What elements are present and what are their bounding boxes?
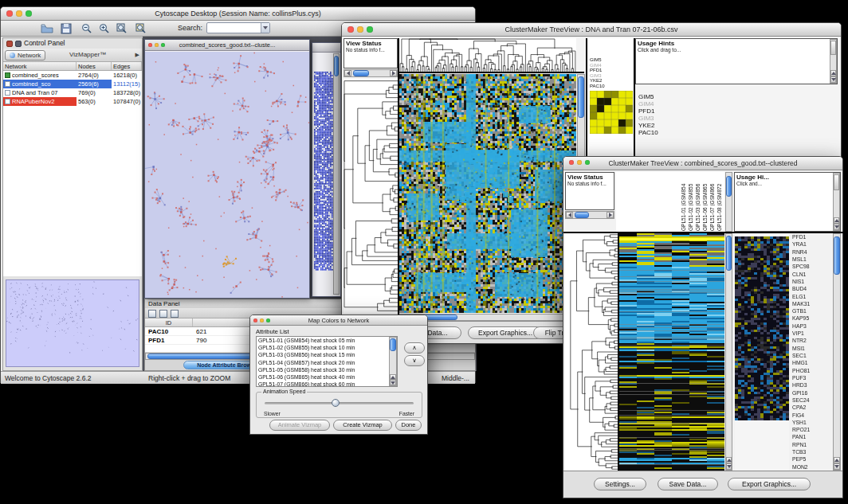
attribute-item[interactable]: GPL51-07 (GSM866) heat shock 60 min	[257, 381, 397, 387]
zoom-button[interactable]	[585, 160, 590, 165]
minimize-button[interactable]	[357, 26, 363, 33]
float-panel-icon[interactable]	[6, 41, 13, 47]
network-view-2-titlebar[interactable]	[312, 43, 340, 53]
column-id[interactable]: ID	[145, 318, 193, 326]
close-button[interactable]	[6, 10, 13, 17]
attribute-item[interactable]: GPL51-02 (GSM855) heat shock 10 min	[257, 344, 397, 351]
gene-label[interactable]: SPC98	[792, 263, 832, 270]
attribute-item[interactable]: GPL51-06 (GSM865) heat shock 40 min	[257, 373, 397, 381]
scroll-down-icon[interactable]	[830, 76, 836, 83]
scrollbar-thumb[interactable]	[575, 212, 589, 218]
gene-list-vscrollbar[interactable]	[833, 233, 841, 471]
gene-label[interactable]: PUF3	[792, 374, 832, 381]
close-button[interactable]	[347, 26, 354, 33]
gene-label[interactable]: CLN1	[792, 271, 832, 278]
search-input[interactable]	[206, 22, 270, 33]
tab-network[interactable]: Network	[5, 50, 45, 61]
gene-label[interactable]: RPN1	[792, 441, 832, 448]
scroll-down-icon[interactable]	[834, 224, 839, 230]
treeview-dna-titlebar[interactable]: ClusterMaker TreeView : DNA and Tran 07-…	[342, 23, 841, 37]
gene-label[interactable]: YSH1	[792, 419, 832, 426]
gene-label[interactable]: NTR2	[792, 337, 832, 344]
close-button[interactable]	[148, 43, 152, 47]
scrollbar-thumb[interactable]	[834, 174, 839, 190]
scroll-up-icon[interactable]	[834, 457, 840, 463]
zoom-button[interactable]	[266, 318, 270, 322]
done-button[interactable]: Done	[395, 420, 422, 431]
gene-label[interactable]: PAN1	[792, 433, 832, 440]
zoom-selected-icon[interactable]	[135, 22, 147, 35]
gene-label[interactable]: HRD3	[792, 381, 832, 389]
gene-label[interactable]: FIG4	[792, 412, 832, 419]
scroll-up-icon[interactable]	[834, 217, 839, 224]
gene-label[interactable]: RPO21	[792, 426, 832, 433]
dialog-titlebar[interactable]: Map Colors to Network	[250, 315, 427, 326]
main-titlebar[interactable]: Cytoscape Desktop (Session Name: collins…	[1, 7, 475, 21]
create-vizmap-button[interactable]: Create Vizmap	[333, 420, 392, 431]
export-graphics-button[interactable]: Export Graphics...	[728, 478, 811, 490]
gene-label[interactable]: GTB1	[792, 307, 832, 315]
network-2-vscrollbar[interactable]	[333, 53, 340, 295]
gene-label[interactable]: MON2	[792, 463, 832, 471]
gene-label[interactable]: GPI16	[792, 389, 832, 397]
scroll-down-icon[interactable]	[726, 463, 732, 470]
heatmap-detail[interactable]	[735, 233, 789, 471]
save-data-button[interactable]: Save Data...	[658, 478, 718, 490]
zoom-button[interactable]	[161, 43, 165, 47]
scrollbar-thumb[interactable]	[726, 236, 732, 271]
network-canvas-2[interactable]	[314, 72, 335, 271]
scrollbar-thumb[interactable]	[353, 70, 369, 76]
gene-label[interactable]: YRA1	[792, 240, 832, 248]
create-attribute-icon[interactable]	[159, 310, 167, 318]
close-button[interactable]	[569, 160, 574, 165]
scrollbar-thumb[interactable]	[334, 56, 339, 76]
dendrogram-hscrollbar[interactable]	[344, 69, 398, 77]
gene-label[interactable]: VIP1	[792, 330, 832, 337]
open-session-icon[interactable]	[41, 22, 53, 35]
scroll-down-icon[interactable]	[390, 380, 396, 385]
treeview-combined-titlebar[interactable]: ClusterMaker TreeView : combined_scores_…	[563, 157, 842, 170]
scrollbar-thumb[interactable]	[390, 338, 396, 351]
minimize-button[interactable]	[577, 160, 582, 165]
gene-label[interactable]: MSI1	[792, 345, 832, 352]
close-panel-icon[interactable]	[15, 41, 22, 47]
settings-button[interactable]: Settings...	[594, 478, 646, 490]
zoom-fit-icon[interactable]	[116, 22, 128, 35]
zoom-button[interactable]	[367, 26, 373, 33]
dendrogram-hscrollbar[interactable]	[565, 211, 614, 219]
select-attributes-icon[interactable]	[148, 310, 156, 318]
gene-label[interactable]: NIS1	[792, 278, 832, 285]
gene-dendrogram[interactable]	[565, 233, 618, 471]
column-nodes[interactable]: Nodes	[77, 62, 112, 70]
summary-matrix[interactable]	[590, 91, 633, 134]
tab-vizmapper[interactable]: VizMapper™	[65, 50, 110, 61]
gene-label[interactable]: MAK31	[792, 300, 832, 307]
column-edges[interactable]: Edges	[112, 62, 142, 70]
save-session-icon[interactable]	[60, 22, 73, 35]
minimize-button[interactable]	[260, 318, 264, 322]
usage-vscrollbar[interactable]	[833, 173, 840, 231]
attribute-item[interactable]: GPL51-03 (GSM856) heat shock 15 min	[257, 351, 397, 358]
gene-label[interactable]: KAP95	[792, 315, 832, 322]
heatmap-vscrollbar[interactable]	[725, 233, 732, 471]
scrollbar-thumb[interactable]	[726, 176, 732, 197]
network-canvas[interactable]	[145, 52, 309, 298]
network-row[interactable]: combined_scores 2764(0) 16218(0)	[3, 71, 142, 80]
scrollbar-thumb[interactable]	[830, 41, 836, 55]
tab-overflow-button[interactable]: ▶	[135, 52, 139, 58]
heatmap-combined[interactable]	[619, 233, 724, 471]
scroll-down-icon[interactable]	[834, 463, 840, 470]
gene-label[interactable]: SEC24	[792, 397, 832, 404]
gene-label[interactable]: PFD1	[792, 233, 832, 240]
speed-slider-thumb[interactable]	[332, 399, 340, 407]
gene-label[interactable]: ELG1	[792, 293, 832, 300]
scroll-right-icon[interactable]	[390, 70, 397, 76]
attribute-list-vscrollbar[interactable]	[389, 337, 397, 386]
usage-vscrollbar[interactable]	[830, 39, 837, 84]
gene-label[interactable]: PEP5	[792, 455, 832, 463]
scroll-left-icon[interactable]	[344, 70, 351, 76]
network-view-titlebar[interactable]: combined_scores_good.txt--cluste...	[145, 40, 309, 51]
zoom-button[interactable]	[26, 10, 32, 17]
minimize-button[interactable]	[155, 43, 159, 47]
gene-label[interactable]: SEC1	[792, 352, 832, 359]
